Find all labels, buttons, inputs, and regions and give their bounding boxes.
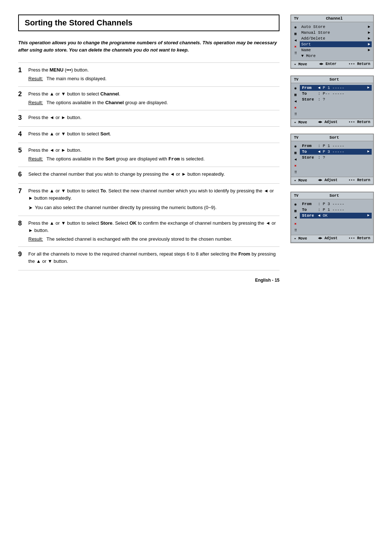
sort-row-key: To: [302, 208, 317, 212]
page-title: Sorting the Stored Channels: [18, 15, 279, 31]
tv-footer: ✦ Move◄► Adjust▪▪▪ Return: [291, 235, 373, 242]
tv-screen: TVSort◉▦◀✖⠿From◄ P 1 -----►To: P-- -----…: [290, 76, 374, 127]
tv-label: TV: [294, 136, 298, 140]
sort-row-val: : P 1 -----: [317, 144, 369, 148]
sort-row-val: ◄ P 1 -----: [317, 86, 367, 90]
sort-row-key: To: [302, 91, 317, 96]
tv-icon-3: ✖: [294, 106, 297, 110]
sort-row-val: : ?: [317, 97, 369, 102]
table-row: 1Press the MENU (▪▪▪) button.Result:The …: [18, 63, 279, 86]
result-text: The selected channel is exchanged with t…: [46, 236, 232, 243]
step-number: 2: [18, 86, 27, 110]
tv-menu-item: Auto Store►: [300, 24, 372, 30]
result-label: Result:: [28, 99, 44, 106]
tv-menu-arrow: ►: [368, 25, 370, 29]
tv-blank-row: [300, 160, 372, 166]
sort-row-key: To: [302, 150, 317, 154]
tv-title: Sort: [298, 193, 370, 198]
tv-header: TVChannel: [291, 15, 373, 22]
step-content: Select the channel number that you wish …: [27, 167, 279, 183]
step-note: ➤You can also select the channel number …: [28, 204, 278, 212]
step-content: Press the ▲ or ▼ button to select To. Se…: [27, 183, 279, 216]
tv-icon-3: ✖: [294, 45, 297, 49]
tv-title: Sort: [298, 77, 370, 82]
tv-header: TVSort: [291, 76, 373, 83]
sort-row-arrow: ►: [367, 213, 369, 218]
step-result: Result:The selected channel is exchanged…: [28, 236, 278, 243]
tv-menu-arrow: ►: [368, 30, 370, 35]
tv-footer: ✦ Move◄► Adjust▪▪▪ Return: [291, 177, 373, 184]
left-column: Sorting the Stored Channels This operati…: [18, 15, 279, 283]
table-row: 7Press the ▲ or ▼ button to select To. S…: [18, 183, 279, 216]
tv-menu-arrow: ►: [368, 48, 370, 52]
tv-icon-3: ✖: [294, 164, 297, 168]
table-row: 4Press the ▲ or ▼ button to select Sort.: [18, 126, 279, 143]
step-number: 4: [18, 126, 27, 143]
tv-icon-2: ◀: [294, 215, 297, 220]
tv-blank-row: [300, 107, 372, 113]
sort-row-arrow: ►: [367, 86, 369, 90]
intro-text: This operation allows you to change the …: [18, 39, 279, 54]
result-text: The options available in the Sort group …: [46, 155, 205, 163]
footer-return: ▪▪▪ Return: [348, 178, 370, 183]
step-instruction: Press the MENU (▪▪▪) button.: [28, 66, 278, 74]
tv-icon-1: ▦: [294, 93, 297, 97]
tv-screen: TVSort◉▦◀✖⠿From: P 3 -----To: P 1 -----S…: [290, 192, 374, 243]
step-instruction: Press the ▲ or ▼ button to select Channe…: [28, 90, 278, 98]
footer-enter: ◄► Adjust: [318, 178, 338, 183]
sort-row-val: : ?: [317, 155, 369, 160]
tv-icon-4: ⠿: [294, 112, 297, 117]
sort-row: To◄ P 3 -----►: [300, 149, 372, 155]
footer-return: ▪▪▪ Return: [348, 236, 370, 241]
step-instruction: Press the ◄ or ► button.: [28, 147, 278, 154]
tv-icon-0: ◉: [294, 144, 297, 148]
step-number: 3: [18, 110, 27, 126]
tv-label: TV: [294, 78, 298, 82]
table-row: 8Press the ▲ or ▼ button to select Store…: [18, 216, 279, 246]
tv-icon-0: ◉: [294, 86, 297, 90]
tv-footer: ✦ Move◄► Enter▪▪▪ Return: [291, 61, 373, 68]
table-row: 2Press the ▲ or ▼ button to select Chann…: [18, 86, 279, 110]
step-result: Result:The options available in the Sort…: [28, 155, 278, 163]
tv-icon-1: ▦: [294, 209, 297, 213]
step-content: Press the ◄ or ► button.: [27, 110, 279, 126]
tv-menu-arrow: ►: [368, 42, 370, 46]
result-label: Result:: [28, 236, 44, 243]
result-text: The options available in the Channel gro…: [46, 99, 168, 106]
sort-row-key: From: [302, 144, 317, 148]
tv-menu-item: Name►: [300, 47, 372, 53]
tv-screen: TVChannel◉▦◀✖⠿Auto Store►Manual Store►Ad…: [290, 15, 374, 69]
tv-menu-item: Manual Store►: [300, 30, 372, 36]
sort-row-val: ◄ OK: [317, 213, 367, 218]
tv-screen: TVSort◉▦◀✖⠿From: P 1 -----To◄ P 3 -----►…: [290, 134, 374, 185]
footer-return: ▪▪▪ Return: [348, 120, 370, 125]
tv-header: TVSort: [291, 192, 373, 199]
sort-row-val: : P 3 -----: [317, 202, 369, 206]
page-wrapper: Sorting the Stored Channels This operati…: [18, 15, 374, 283]
tv-icon-0: ◉: [294, 202, 297, 207]
steps-table: 1Press the MENU (▪▪▪) button.Result:The …: [18, 62, 279, 270]
tv-footer: ✦ Move◄► Adjust▪▪▪ Return: [291, 119, 373, 126]
tv-icon-2: ◀: [294, 99, 297, 103]
tv-label: TV: [294, 194, 298, 198]
footer-return: ▪▪▪ Return: [348, 62, 370, 66]
result-label: Result:: [28, 75, 44, 82]
sort-row-key: Store: [302, 97, 317, 102]
step-instruction: Select the channel number that you wish …: [28, 171, 278, 178]
step-content: Press the MENU (▪▪▪) button.Result:The m…: [27, 63, 279, 86]
tv-icon-4: ⠿: [294, 170, 297, 175]
tv-icon-3: ✖: [294, 222, 297, 226]
footer-move: ✦ Move: [294, 178, 307, 183]
step-content: Press the ◄ or ► button.Result:The optio…: [27, 143, 279, 167]
sort-row-key: Store: [302, 155, 317, 160]
tv-title: Sort: [298, 135, 370, 140]
sort-row: From◄ P 1 -----►: [300, 85, 372, 91]
step-content: Press the ▲ or ▼ button to select Sort.: [27, 126, 279, 143]
tv-title: Channel: [298, 16, 370, 21]
sort-row: Store: ?: [300, 97, 372, 102]
sort-row-key: From: [302, 86, 317, 90]
sort-row: To: P-- -----: [300, 91, 372, 97]
tv-icon-1: ▦: [294, 32, 297, 36]
tv-menu-label: Add/Delete: [301, 36, 325, 41]
result-label: Result:: [28, 155, 44, 163]
